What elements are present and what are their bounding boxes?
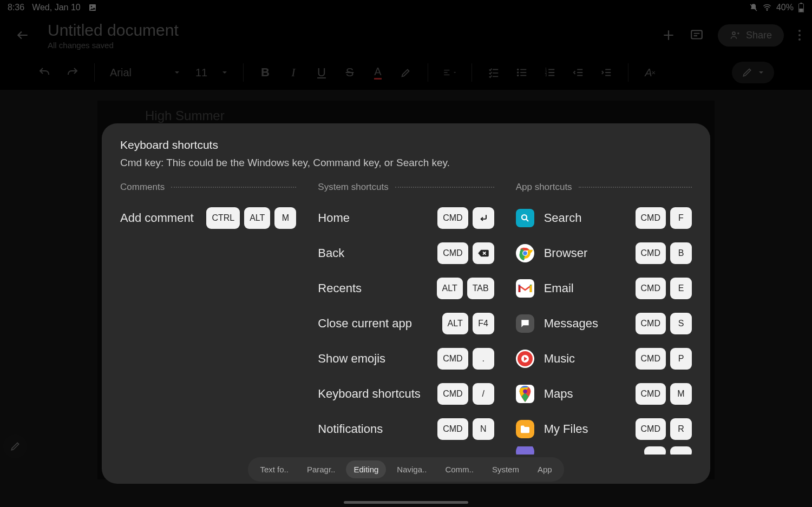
category-tab[interactable]: Editing xyxy=(346,460,386,478)
shortcut-label: Home xyxy=(318,211,437,225)
key-combo: CMDR xyxy=(636,418,692,440)
shortcut-label: Music xyxy=(544,352,636,366)
dialog-subtitle: Cmd key: This could be the Windows key, … xyxy=(120,157,692,169)
key-cap: ALT xyxy=(437,278,463,299)
key-combo: CMDM xyxy=(636,383,692,405)
app-column: App shortcuts SearchCMDFBrowserCMDBEmail… xyxy=(516,182,692,455)
shortcut-label: Notifications xyxy=(318,422,437,436)
key-cap: CMD xyxy=(636,418,666,440)
svg-point-26 xyxy=(523,389,527,393)
key-cap: P xyxy=(670,348,692,370)
section-title: System shortcuts xyxy=(318,182,388,193)
system-column: System shortcuts HomeCMDBackCMDRecentsAL… xyxy=(318,182,494,455)
key-cap: CMD xyxy=(437,383,468,405)
key-cap: TAB xyxy=(467,278,494,299)
key-cap: CMD xyxy=(437,207,468,229)
category-tab[interactable]: Text fo.. xyxy=(252,460,296,478)
shortcut-row: BrowserCMDB xyxy=(516,235,692,271)
app-icon xyxy=(516,446,534,455)
key-cap: ALT xyxy=(442,313,468,334)
key-cap: E xyxy=(670,278,692,299)
key-combo: CMDS xyxy=(636,313,692,334)
shortcut-row: BackCMD xyxy=(318,235,494,271)
category-tab[interactable]: System xyxy=(484,460,527,478)
key-cap: CMD xyxy=(636,207,666,229)
key-cap: R xyxy=(670,418,692,440)
shortcut-label: Show emojis xyxy=(318,352,437,366)
section-title: App shortcuts xyxy=(516,182,572,193)
key-cap: M xyxy=(274,207,296,229)
messages-app-icon xyxy=(516,314,534,333)
key-cap: ALT xyxy=(244,207,270,229)
shortcut-row: Add commentCTRLALTM xyxy=(120,200,296,235)
shortcut-row: MessagesCMDS xyxy=(516,306,692,341)
chrome-app-icon xyxy=(516,244,534,262)
key-cap: F4 xyxy=(473,313,494,334)
category-tab[interactable]: Naviga.. xyxy=(389,460,434,478)
key-cap: N xyxy=(473,418,494,440)
shortcut-row xyxy=(516,446,692,455)
enter-icon xyxy=(473,207,494,229)
shortcut-row: Show emojisCMD. xyxy=(318,341,494,376)
shortcut-row: NotificationsCMDN xyxy=(318,411,494,446)
key-cap: CMD xyxy=(636,278,666,299)
music-app-icon xyxy=(516,350,534,368)
keyboard-shortcuts-dialog: Keyboard shortcuts Cmd key: This could b… xyxy=(102,123,710,484)
key-cap: CMD xyxy=(636,313,666,334)
comments-column: Comments Add commentCTRLALTM xyxy=(120,182,296,455)
key-cap: CMD xyxy=(437,242,468,264)
key-cap: F xyxy=(670,207,692,229)
category-tab[interactable]: App xyxy=(530,460,560,478)
shortcut-row: SearchCMDF xyxy=(516,200,692,235)
shortcut-label: My Files xyxy=(544,422,636,436)
shortcut-label: Browser xyxy=(544,246,636,260)
category-tab[interactable]: Comm.. xyxy=(437,460,481,478)
key-combo: CMDP xyxy=(636,348,692,370)
search-app-icon xyxy=(516,209,534,227)
key-combo: CTRLALTM xyxy=(206,207,296,229)
key-combo: CMDN xyxy=(437,418,494,440)
svg-point-18 xyxy=(522,215,527,220)
shortcut-label: Close current app xyxy=(318,317,442,331)
key-combo: ALTTAB xyxy=(437,278,494,299)
shortcut-label: Keyboard shortcuts xyxy=(318,387,437,401)
dialog-tab-bar: Text fo..Paragr..EditingNaviga..Comm..Sy… xyxy=(102,455,710,484)
shortcut-row: HomeCMD xyxy=(318,200,494,235)
shortcut-label: Recents xyxy=(318,281,436,295)
category-tab[interactable]: Paragr.. xyxy=(299,460,343,478)
key-combo: CMDE xyxy=(636,278,692,299)
shortcut-row: MapsCMDM xyxy=(516,376,692,411)
shortcut-row: My FilesCMDR xyxy=(516,411,692,446)
key-cap: M xyxy=(670,383,692,405)
key-cap: CMD xyxy=(437,348,468,370)
key-cap: CMD xyxy=(636,348,666,370)
key-cap: . xyxy=(473,348,494,370)
shortcut-label: Email xyxy=(544,281,636,295)
nav-handle[interactable] xyxy=(344,501,468,504)
shortcut-label: Messages xyxy=(544,317,636,331)
backspace-icon xyxy=(473,242,494,264)
key-combo: CMD xyxy=(437,207,494,229)
shortcut-row: EmailCMDE xyxy=(516,271,692,306)
shortcut-label: Search xyxy=(544,211,636,225)
shortcut-row: Close current appALTF4 xyxy=(318,306,494,341)
gmail-app-icon xyxy=(516,279,534,298)
shortcut-row: MusicCMDP xyxy=(516,341,692,376)
key-cap: CMD xyxy=(437,418,468,440)
key-cap: S xyxy=(670,313,692,334)
key-combo: CMD. xyxy=(437,348,494,370)
maps-app-icon xyxy=(516,385,534,403)
key-cap: / xyxy=(473,383,494,405)
shortcut-row: Keyboard shortcutsCMD/ xyxy=(318,376,494,411)
dialog-title: Keyboard shortcuts xyxy=(120,139,692,152)
files-app-icon xyxy=(516,420,534,438)
key-cap: B xyxy=(670,242,692,264)
key-combo: ALTF4 xyxy=(442,313,494,334)
section-title: Comments xyxy=(120,182,165,193)
key-combo: CMD/ xyxy=(437,383,494,405)
key-combo: CMD xyxy=(437,242,494,264)
shortcut-label: Back xyxy=(318,246,437,260)
key-combo: CMDF xyxy=(636,207,692,229)
key-cap: CMD xyxy=(636,242,666,264)
key-cap: CTRL xyxy=(206,207,240,229)
